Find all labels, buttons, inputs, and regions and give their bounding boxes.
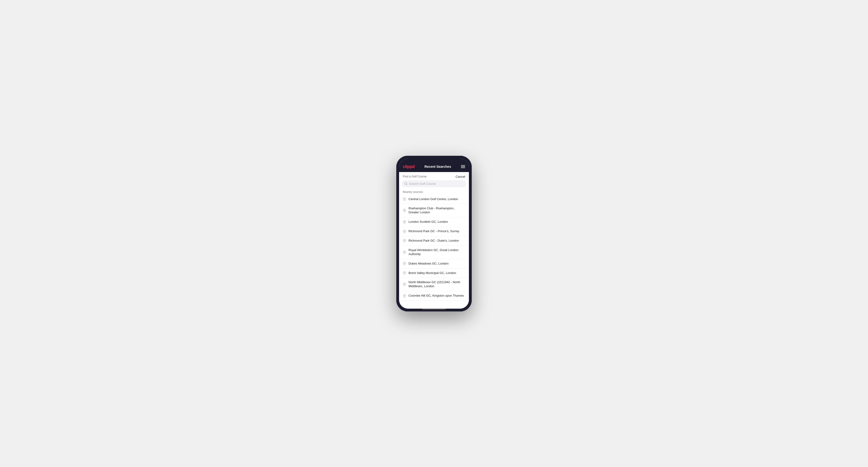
course-name: Roehampton Club - Roehampton, Greater Lo… bbox=[408, 207, 465, 215]
course-name: Richmond Park GC - Prince's, Surrey bbox=[408, 229, 459, 234]
svg-point-10 bbox=[404, 284, 405, 285]
svg-point-4 bbox=[404, 221, 405, 222]
search-input[interactable] bbox=[409, 182, 464, 185]
pin-icon bbox=[403, 283, 406, 286]
pin-icon bbox=[403, 262, 406, 265]
cancel-button[interactable]: Cancel bbox=[456, 175, 465, 178]
list-item[interactable]: North Middlesex GC (1011942 - North Midd… bbox=[399, 278, 469, 291]
course-name: Brent Valley Municipal GC, London bbox=[408, 271, 456, 275]
pin-icon bbox=[403, 271, 406, 275]
pin-icon bbox=[403, 294, 406, 298]
list-item[interactable]: Central London Golf Centre, London bbox=[399, 195, 469, 204]
search-bar bbox=[402, 180, 466, 187]
list-item[interactable]: Royal Wimbledon GC, Great London Authori… bbox=[399, 246, 469, 259]
svg-point-8 bbox=[404, 263, 405, 264]
list-item[interactable]: Coombe Hill GC, Kingston upon Thames bbox=[399, 291, 469, 301]
pin-icon bbox=[403, 239, 406, 242]
svg-point-5 bbox=[404, 231, 405, 232]
find-header: Find a Golf Course Cancel bbox=[399, 172, 469, 180]
course-name: North Middlesex GC (1011942 - North Midd… bbox=[408, 280, 465, 288]
search-icon bbox=[404, 182, 408, 185]
phone-screen: clippd Recent Searches Find a Golf Cours… bbox=[399, 159, 469, 309]
find-label: Find a Golf Course bbox=[403, 175, 427, 178]
svg-point-2 bbox=[404, 198, 405, 199]
list-item[interactable]: Richmond Park GC - Prince's, Surrey bbox=[399, 227, 469, 236]
list-item[interactable]: Roehampton Club - Roehampton, Greater Lo… bbox=[399, 204, 469, 217]
content-area: Find a Golf Course Cancel Nearby courses… bbox=[399, 172, 469, 309]
svg-point-11 bbox=[404, 295, 405, 296]
pin-icon bbox=[403, 197, 406, 201]
status-bar bbox=[399, 159, 469, 162]
hamburger-icon[interactable] bbox=[461, 165, 465, 168]
pin-icon bbox=[403, 251, 406, 254]
pin-icon bbox=[403, 230, 406, 233]
svg-line-1 bbox=[407, 184, 407, 185]
nav-bar: clippd Recent Searches bbox=[399, 162, 469, 172]
course-name: Coombe Hill GC, Kingston upon Thames bbox=[408, 294, 464, 298]
svg-point-9 bbox=[404, 272, 405, 273]
course-name: London Scottish GC, London bbox=[408, 220, 448, 224]
nearby-section-label: Nearby courses bbox=[399, 189, 469, 195]
courses-list: Central London Golf Centre, LondonRoeham… bbox=[399, 195, 469, 309]
pin-icon bbox=[403, 220, 406, 224]
svg-point-7 bbox=[404, 252, 405, 252]
list-item[interactable]: Richmond Park GC - Duke's, London bbox=[399, 236, 469, 246]
phone-frame: clippd Recent Searches Find a Golf Cours… bbox=[396, 156, 472, 311]
svg-point-6 bbox=[404, 240, 405, 241]
nav-title: Recent Searches bbox=[425, 165, 451, 168]
list-item[interactable]: Dukes Meadows GC, London bbox=[399, 259, 469, 269]
home-indicator bbox=[422, 309, 446, 310]
pin-icon bbox=[403, 209, 406, 212]
course-name: Central London Golf Centre, London bbox=[408, 197, 458, 201]
course-name: Richmond Park GC - Duke's, London bbox=[408, 239, 459, 243]
course-name: Dukes Meadows GC, London bbox=[408, 262, 448, 266]
list-item[interactable]: Brent Valley Municipal GC, London bbox=[399, 269, 469, 278]
course-name: Royal Wimbledon GC, Great London Authori… bbox=[408, 248, 465, 256]
app-logo: clippd bbox=[403, 164, 415, 169]
svg-point-3 bbox=[404, 210, 405, 211]
list-item[interactable]: London Scottish GC, London bbox=[399, 217, 469, 227]
